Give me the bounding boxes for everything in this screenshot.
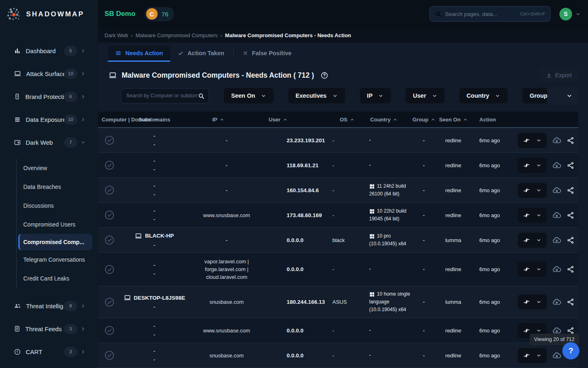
check-circle-icon[interactable] (105, 210, 114, 220)
row-share-button[interactable] (567, 137, 575, 144)
row-action-button[interactable] (518, 208, 547, 223)
tab-action-taken[interactable]: Action Taken (170, 46, 232, 62)
filter-dropdown-ip[interactable]: IP (360, 88, 391, 103)
check-circle-icon[interactable] (105, 265, 114, 274)
column-header-ip[interactable]: IP (188, 117, 265, 123)
chevron-right-icon[interactable] (80, 349, 86, 355)
row-download-button[interactable] (552, 136, 561, 145)
chevron-down-icon (378, 93, 383, 99)
column-header-country[interactable]: Country (356, 117, 412, 123)
check-circle-icon[interactable] (105, 350, 114, 360)
global-search-input[interactable]: Search pages, data... Ctrl+Shift+F (430, 6, 550, 22)
tab-false-positive[interactable]: False Positive (235, 46, 299, 62)
chevron-right-icon[interactable] (80, 94, 86, 99)
row-share-button[interactable] (567, 186, 575, 194)
sidebar-subitem-credit-card-leaks[interactable]: Credit Card Leaks (17, 269, 98, 288)
user-menu[interactable]: S (559, 8, 581, 20)
filter-dropdown-executives[interactable]: Executives (288, 88, 345, 103)
check-circle-icon[interactable] (105, 235, 114, 245)
breadcrumb-separator: › (131, 32, 133, 38)
row-action-button[interactable] (518, 183, 547, 198)
column-header-group[interactable]: Group (412, 117, 436, 123)
row-share-button[interactable] (567, 298, 575, 306)
row-share-button[interactable] (567, 162, 575, 169)
sidebar-subitem-data-breaches[interactable]: Data Breaches (17, 177, 98, 196)
org-name[interactable]: SB Demo (105, 10, 136, 18)
row-action-button[interactable] (518, 233, 547, 248)
row-download-button[interactable] (552, 265, 561, 274)
breadcrumb-link[interactable]: Malware Compromised Computers (136, 32, 218, 38)
sidebar-item-dark-web[interactable]: Dark Web7 (0, 131, 98, 154)
row-action-button[interactable] (518, 133, 547, 148)
chevron-right-icon[interactable] (80, 326, 86, 332)
column-header-os[interactable]: OS (327, 117, 356, 123)
table-search-input[interactable]: Search by Computer or subdom (121, 88, 209, 103)
check-circle-icon[interactable] (105, 160, 114, 170)
export-button[interactable]: Export (539, 68, 578, 82)
tab-needs-action[interactable]: Needs Action (108, 46, 170, 62)
domain-text: - (154, 332, 155, 338)
chevron-right-icon[interactable] (80, 48, 86, 54)
chevron-up-small-icon[interactable] (431, 117, 435, 122)
chevron-up-small-icon[interactable] (283, 117, 287, 122)
row-download-button[interactable] (552, 351, 561, 360)
sidebar-subitem-telegram-conversations[interactable]: Telegram Conversations (17, 250, 98, 269)
sidebar-item-cart[interactable]: CART3 (0, 340, 98, 363)
chevron-up-small-icon[interactable] (463, 117, 468, 122)
sidebar-item-attack-surface[interactable]: Attack Surface10 (0, 62, 98, 85)
column-header-label: Country (370, 117, 391, 123)
chevron-right-icon[interactable] (80, 117, 86, 122)
column-header-seen-on[interactable]: Seen On (436, 117, 470, 123)
chevron-down-icon[interactable] (575, 11, 581, 17)
filter-dropdown-seen-on[interactable]: Seen On (224, 88, 274, 103)
check-circle-icon[interactable] (105, 297, 114, 307)
chevron-right-icon[interactable] (80, 71, 86, 76)
row-share-button[interactable] (567, 327, 575, 334)
credits-pill[interactable]: C 76 (145, 7, 174, 21)
row-download-button[interactable] (552, 186, 561, 195)
windows-icon (369, 184, 375, 189)
row-download-button[interactable] (552, 161, 561, 170)
sidebar-item-label: Data Exposure (26, 116, 64, 123)
ip-cell: 23.233.193.201 (265, 137, 327, 144)
row-share-button[interactable] (567, 211, 575, 219)
sidebar-subitem-overview[interactable]: Overview (17, 159, 98, 177)
row-action-button[interactable] (518, 158, 547, 173)
sidebar-subitem-compromised-users[interactable]: Compromised Users (17, 215, 98, 234)
check-circle-icon[interactable] (105, 325, 114, 335)
sidebar-item-threat-feeds[interactable]: Threat Feeds3 (0, 317, 98, 340)
computer-name-text: - (154, 133, 156, 139)
sidebar-item-brand-protecti[interactable]: Brand Protecti...6 (0, 85, 98, 108)
title-help-icon[interactable] (321, 72, 328, 79)
breadcrumb-link[interactable]: Dark Web (105, 32, 128, 38)
sidebar-item-dashboard[interactable]: Dashboard5 (0, 39, 98, 62)
row-action-button[interactable] (518, 262, 547, 277)
chevron-right-icon[interactable] (80, 303, 86, 309)
check-circle-icon[interactable] (105, 135, 114, 145)
row-share-button[interactable] (567, 265, 575, 273)
sidebar-item-data-exposure[interactable]: Data Exposure10 (0, 108, 98, 131)
sidebar-subitem-compromised-comp[interactable]: Compromised Comp... (18, 234, 92, 250)
group-cell: redline (436, 352, 470, 359)
column-header-user[interactable]: User (265, 117, 327, 123)
sidebar-item-threat-intellig[interactable]: Threat Intellig...8 (0, 294, 98, 317)
filter-dropdown-country[interactable]: Country (459, 88, 508, 103)
chevron-up-small-icon[interactable] (393, 117, 397, 122)
chevron-up-small-icon[interactable] (220, 117, 224, 122)
filter-more-toggle[interactable] (547, 87, 578, 104)
column-header-computer-domain[interactable]: Computer | Domain (98, 117, 121, 123)
row-download-button[interactable] (552, 236, 561, 245)
row-action-button[interactable] (518, 348, 547, 363)
help-button[interactable]: ? (562, 342, 579, 359)
row-download-button[interactable] (552, 297, 561, 307)
row-action-button[interactable] (518, 294, 547, 310)
brand-logo[interactable]: SHADOWMAP (0, 0, 98, 29)
chevron-down-icon[interactable] (80, 140, 86, 145)
chevron-up-small-icon[interactable] (350, 117, 354, 122)
check-circle-icon[interactable] (105, 185, 114, 195)
sidebar-subitem-discussions[interactable]: Discussions (17, 196, 98, 215)
row-download-button[interactable] (552, 211, 561, 220)
row-share-button[interactable] (567, 236, 575, 244)
filter-dropdown-user[interactable]: User (405, 88, 444, 103)
avatar[interactable]: S (559, 8, 572, 20)
